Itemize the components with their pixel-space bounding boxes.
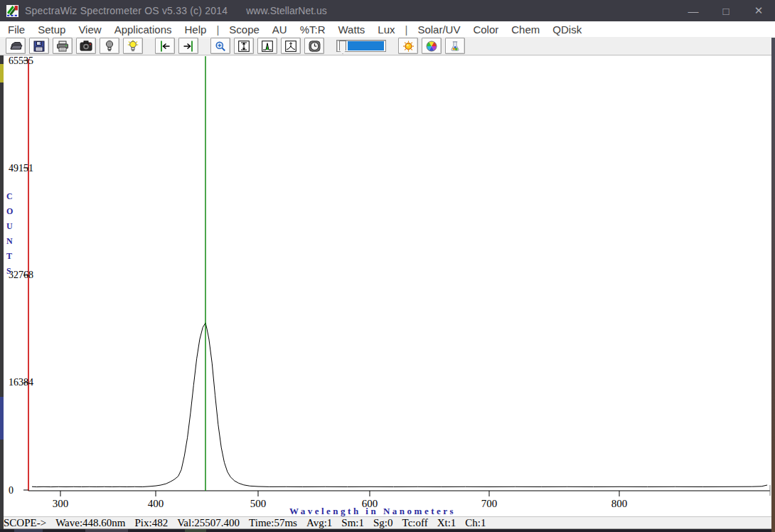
- desktop-edge-right: [771, 38, 775, 532]
- spectrum-trace: [32, 323, 767, 487]
- desktop-artifact: [85, 529, 128, 532]
- save-button[interactable]: [29, 38, 49, 54]
- spectrum-plot[interactable]: 016384327684915165535300400500600700800W…: [0, 55, 775, 516]
- color-wheel-button[interactable]: [422, 38, 442, 54]
- slider-handle[interactable]: [339, 41, 346, 54]
- title-bar: SpectraWiz Spectrometer OS v5.33 (c) 201…: [0, 0, 775, 21]
- open-button[interactable]: [6, 38, 26, 54]
- x-tick-label: 800: [611, 498, 628, 509]
- y-axis-title-letter: C: [6, 191, 13, 201]
- menu-item-setup[interactable]: Setup: [31, 23, 72, 36]
- maximize-button[interactable]: □: [710, 0, 742, 21]
- clock-icon: [309, 41, 321, 52]
- peak-view-button[interactable]: [257, 38, 277, 54]
- vertical-arrows-icon: [238, 41, 250, 52]
- peak-hold-button[interactable]: [281, 38, 301, 54]
- snapshot-button[interactable]: [76, 38, 96, 54]
- menu-item-chem[interactable]: Chem: [505, 23, 546, 36]
- menu-separator: |: [401, 23, 411, 36]
- menu-item-lux[interactable]: Lux: [371, 23, 401, 36]
- x-tick-label: 500: [250, 498, 267, 509]
- zoom-button[interactable]: [210, 38, 230, 54]
- printer-icon: [56, 41, 69, 52]
- sun-icon: [402, 41, 415, 52]
- app-logo-icon: [6, 5, 18, 17]
- menu-item-color[interactable]: Color: [466, 23, 505, 36]
- x-tick-label: 400: [148, 498, 164, 509]
- status-field: Sm:1: [341, 517, 364, 529]
- menu-item-qdisk[interactable]: QDisk: [546, 23, 588, 36]
- integration-time-button[interactable]: [304, 38, 324, 54]
- desktop-edge-left: [0, 55, 4, 529]
- menu-item-au[interactable]: AU: [266, 23, 294, 36]
- status-field: Avg:1: [306, 517, 332, 529]
- desktop-artifact: [185, 529, 206, 532]
- autoscale-y-button[interactable]: [234, 38, 254, 54]
- desktop-artifact: [0, 397, 4, 440]
- window-title: SpectraWiz Spectrometer OS v5.33 (c) 201…: [25, 5, 228, 16]
- lamp-off-button[interactable]: [100, 38, 119, 54]
- status-field: Tc:off: [402, 517, 428, 529]
- spectrum-peak-icon: [262, 41, 273, 52]
- status-field: Wave:448.60nm: [55, 517, 125, 529]
- y-axis-title-letter: U: [6, 221, 13, 231]
- color-wheel-icon: [426, 41, 437, 52]
- menu-item--t-r[interactable]: %T:R: [294, 23, 332, 36]
- menu-bar: FileSetupViewApplicationsHelp|ScopeAU%T:…: [0, 21, 775, 37]
- peak-up-icon: [285, 41, 296, 52]
- toolbar: [0, 37, 775, 55]
- y-axis-title-letter: N: [6, 236, 13, 246]
- camera-icon: [80, 41, 92, 51]
- sample-color-button[interactable]: [445, 38, 465, 54]
- menu-separator: |: [213, 23, 223, 36]
- close-button[interactable]: ✕: [742, 0, 775, 21]
- x-tick-label: 700: [481, 498, 498, 509]
- window-title-url: www.StellarNet.us: [246, 5, 327, 16]
- spectrawiz-window: { "window": { "title": "SpectraWiz Spect…: [0, 0, 775, 532]
- sun-correction-button[interactable]: [398, 38, 418, 54]
- spectrum-svg[interactable]: 016384327684915165535300400500600700800W…: [0, 55, 775, 516]
- folder-icon: [9, 41, 23, 52]
- status-field: Val:25507.400: [177, 517, 240, 529]
- bulb-on-icon: [127, 40, 139, 52]
- x-axis-title: Wavelength in Nanometers: [289, 506, 456, 516]
- print-button[interactable]: [53, 38, 73, 54]
- menu-item-applications[interactable]: Applications: [108, 23, 178, 36]
- menu-item-view[interactable]: View: [72, 23, 107, 36]
- y-tick-label: 16384: [9, 377, 33, 388]
- beaker-icon: [449, 41, 461, 52]
- y-axis-title-letter: S: [6, 266, 11, 276]
- menu-item-file[interactable]: File: [1, 23, 31, 36]
- slider-fill: [348, 41, 384, 50]
- status-field: Time:57ms: [249, 517, 297, 529]
- desktop-artifact: [0, 64, 4, 83]
- bulb-off-icon: [105, 40, 114, 52]
- y-tick-label: 0: [9, 485, 14, 496]
- integration-slider[interactable]: [336, 40, 386, 52]
- y-axis-title-letter: T: [6, 251, 12, 261]
- cursor-left-button[interactable]: [155, 38, 175, 54]
- cursor-right-icon: [182, 41, 195, 52]
- menu-item-watts[interactable]: Watts: [332, 23, 372, 36]
- cursor-right-button[interactable]: [178, 38, 198, 54]
- status-field: Xt:1: [437, 517, 456, 529]
- status-mode: SCOPE->: [4, 517, 46, 529]
- lamp-on-button[interactable]: [123, 38, 143, 54]
- menu-item-solar-uv[interactable]: Solar/UV: [411, 23, 466, 36]
- menu-item-help[interactable]: Help: [178, 23, 213, 36]
- desktop-edge-bottom: [0, 529, 775, 532]
- y-tick-label: 32768: [9, 270, 33, 280]
- y-tick-label: 65535: [9, 55, 33, 66]
- status-field: Pix:482: [135, 517, 169, 529]
- floppy-icon: [33, 41, 45, 52]
- status-bar: SCOPE->Wave:448.60nmPix:482Val:25507.400…: [0, 516, 775, 529]
- window-controls: — □ ✕: [677, 0, 775, 21]
- minimize-button[interactable]: —: [677, 0, 710, 21]
- status-field: Sg:0: [373, 517, 393, 529]
- y-tick-label: 49151: [9, 163, 33, 174]
- magnifier-icon: [215, 41, 226, 52]
- menu-item-scope[interactable]: Scope: [223, 23, 266, 36]
- x-tick-label: 300: [53, 498, 69, 509]
- y-axis-title-letter: O: [6, 206, 13, 216]
- desktop-artifact: [14, 529, 43, 532]
